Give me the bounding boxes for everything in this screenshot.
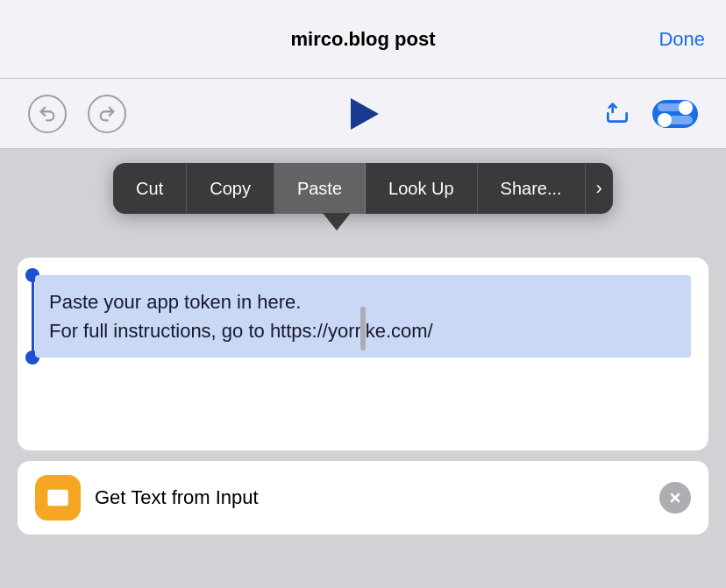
- action-icon-box: [35, 475, 81, 521]
- toolbar-right: [603, 98, 698, 130]
- context-menu-bar: Cut Copy Paste Look Up Share... ›: [113, 163, 613, 214]
- redo-button[interactable]: [88, 95, 126, 133]
- text-input-icon: [46, 485, 70, 510]
- context-menu-bubble: Cut Copy Paste Look Up Share... ›: [26, 163, 700, 230]
- close-button[interactable]: [659, 482, 691, 514]
- context-menu-lookup[interactable]: Look Up: [366, 163, 478, 214]
- context-menu-more-button[interactable]: ›: [586, 163, 613, 214]
- toggle-knob-top: [679, 101, 693, 115]
- main-content: Cut Copy Paste Look Up Share... › Paste …: [0, 149, 726, 552]
- text-card: Paste your app token in here. For full i…: [18, 258, 708, 450]
- context-menu-arrow: [323, 213, 351, 230]
- context-menu: Cut Copy Paste Look Up Share... ›: [26, 163, 700, 230]
- bottom-action-bar: Get Text from Input: [18, 461, 708, 535]
- cursor-line: [32, 275, 34, 358]
- share-icon: [603, 98, 631, 126]
- action-label: Get Text from Input: [95, 486, 259, 509]
- context-menu-paste[interactable]: Paste: [274, 163, 366, 214]
- toggle-track-top: [658, 103, 693, 112]
- top-bar: mirco.blog post Done: [0, 0, 726, 79]
- toolbar-center: [344, 91, 386, 137]
- scroll-handle[interactable]: [360, 307, 366, 351]
- play-button[interactable]: [344, 91, 386, 137]
- undo-button[interactable]: [28, 95, 67, 133]
- toggle-button[interactable]: [652, 100, 698, 128]
- toggle-knob-bottom: [658, 113, 672, 127]
- context-menu-share[interactable]: Share...: [478, 163, 586, 214]
- play-icon: [351, 98, 379, 130]
- toolbar-left: [28, 95, 126, 133]
- done-button[interactable]: Done: [644, 28, 705, 51]
- toolbar: [0, 79, 726, 149]
- undo-icon: [38, 104, 57, 124]
- close-icon: [668, 491, 682, 505]
- page-title: mirco.blog post: [82, 28, 644, 51]
- share-button[interactable]: [603, 98, 631, 130]
- toggle-track-bottom: [658, 116, 693, 124]
- context-menu-copy[interactable]: Copy: [187, 163, 274, 214]
- redo-icon: [97, 104, 117, 124]
- context-menu-cut[interactable]: Cut: [113, 163, 187, 214]
- bottom-action-left: Get Text from Input: [35, 475, 259, 521]
